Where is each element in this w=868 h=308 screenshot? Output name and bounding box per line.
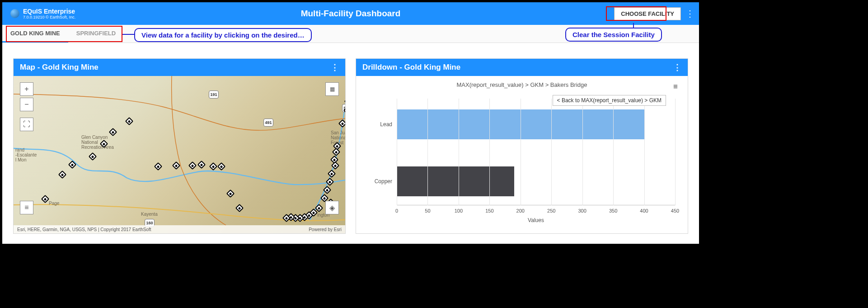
chart-panel-title: Drilldown - Gold King Mine xyxy=(362,63,460,72)
layers-button[interactable]: ◈ xyxy=(325,201,339,216)
chart-panel-body: MAX(report_result_value) > GKM > Bakers … xyxy=(356,76,688,233)
gridline xyxy=(613,99,614,205)
y-category-label: Copper xyxy=(375,178,392,185)
gridline xyxy=(397,99,397,205)
zoom-in-button[interactable]: + xyxy=(20,82,33,96)
drill-back-button[interactable]: < Back to MAX(report_result_value) > GKM xyxy=(553,95,666,106)
route-shield: 191 xyxy=(209,90,219,99)
gridline xyxy=(644,99,645,205)
basemap-gallery-button[interactable]: ▦ xyxy=(325,82,339,98)
gridline xyxy=(521,99,521,205)
y-category-label: Lead xyxy=(380,121,392,128)
dashboard-content: Map - Gold King Mine ⋮ 191 491 xyxy=(2,43,699,238)
map-attribution: Esri, HERE, Garmin, NGA, USGS, NPS | Cop… xyxy=(14,225,345,233)
x-tick-label: 300 xyxy=(578,208,586,213)
globe-icon xyxy=(10,9,19,18)
product-name: EQuIS Enterprise xyxy=(23,8,75,15)
chart-area: MAX(report_result_value) > GKM > Bakers … xyxy=(356,76,688,233)
chart-panel-header: Drilldown - Gold King Mine ⋮ xyxy=(356,59,688,76)
x-tick-label: 150 xyxy=(485,208,493,213)
map-attrib-left: Esri, HERE, Garmin, NGA, USGS, NPS | Cop… xyxy=(17,227,151,232)
x-axis-label: Values xyxy=(528,217,544,223)
chart-plot: Lead Copper Values 050100150200250300350… xyxy=(397,99,675,208)
bar-copper[interactable] xyxy=(397,166,514,196)
tab-gold-king-mine[interactable]: GOLD KING MINE xyxy=(2,25,68,43)
annotation-bubble-choose: Clear the Session Facility xyxy=(565,28,662,42)
map-panel-body: 191 491 160 550 Glen Canyon National Rec… xyxy=(14,76,345,233)
layers-icon: ◈ xyxy=(325,201,339,214)
zoom-out-button[interactable]: − xyxy=(20,98,33,111)
gridline xyxy=(582,99,583,205)
x-tick-label: 0 xyxy=(395,208,398,213)
tab-springfield[interactable]: SPRINGFIELD xyxy=(68,25,124,43)
chart-panel: Drilldown - Gold King Mine ⋮ MAX(report_… xyxy=(356,58,688,234)
x-tick-label: 350 xyxy=(609,208,617,213)
map-panel-title: Map - Gold King Mine xyxy=(20,63,99,72)
annotation-connector xyxy=(122,34,134,35)
legend-button[interactable]: ≡ xyxy=(20,201,33,216)
map-label: Page xyxy=(49,201,59,206)
map-label: Glen Canyon National Recreation Area xyxy=(81,135,114,150)
app-header: EQuIS Enterprise 7.0.0.19210 © EarthSoft… xyxy=(2,2,699,25)
x-tick-label: 50 xyxy=(425,208,430,213)
chart-panel-more-icon[interactable]: ⋮ xyxy=(673,62,681,72)
choose-facility-button[interactable]: CHOOSE FACILITY xyxy=(614,7,681,20)
menu-icon: ≡ xyxy=(20,201,33,214)
gridline xyxy=(675,99,676,205)
brand-block: EQuIS Enterprise 7.0.0.19210 © EarthSoft… xyxy=(23,8,75,19)
map-canvas[interactable]: 191 491 160 550 Glen Canyon National Rec… xyxy=(14,76,345,233)
x-tick-label: 250 xyxy=(547,208,555,213)
gridline xyxy=(489,99,490,205)
annotation-bubble-tabs: View data for a facility by clicking on … xyxy=(134,28,312,42)
gridline xyxy=(459,99,459,205)
chart-subtitle: MAX(report_result_value) > GKM > Bakers … xyxy=(365,81,679,88)
dashboard-title: Multi-Facility Dashboard xyxy=(301,9,401,19)
x-tick-label: 450 xyxy=(671,208,679,213)
x-tick-label: 100 xyxy=(455,208,463,213)
x-tick-label: 200 xyxy=(516,208,525,213)
gridline xyxy=(551,99,552,205)
x-tick-label: 400 xyxy=(640,208,648,213)
map-attrib-right: Powered by Esri xyxy=(309,227,342,232)
map-label: rand -Escalante l Mon xyxy=(15,147,37,162)
header-more-icon[interactable]: ⋮ xyxy=(681,8,699,19)
map-panel-header: Map - Gold King Mine ⋮ xyxy=(14,59,345,76)
chart-context-menu-icon[interactable]: ≡ xyxy=(673,82,678,91)
map-panel: Map - Gold King Mine ⋮ 191 491 xyxy=(13,58,346,234)
fullscreen-button[interactable]: ⛶ xyxy=(20,118,33,131)
product-version: 7.0.0.19210 © EarthSoft, Inc. xyxy=(23,15,75,19)
map-panel-more-icon[interactable]: ⋮ xyxy=(331,62,339,72)
x-axis xyxy=(397,205,675,205)
gridline xyxy=(427,99,428,205)
grid-icon: ▦ xyxy=(325,82,339,96)
map-vector-layer xyxy=(14,76,345,233)
route-shield: 491 xyxy=(263,118,273,127)
map-label: Kayenta xyxy=(141,212,158,217)
map-zoom-controls: + − ⛶ xyxy=(20,82,33,133)
